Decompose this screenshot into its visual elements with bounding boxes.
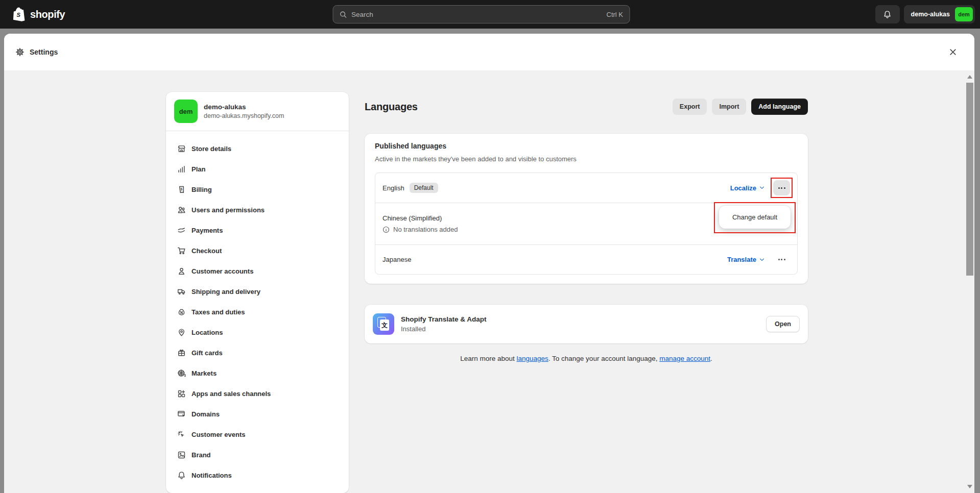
- sidebar-item-label: Billing: [192, 186, 212, 193]
- sidebar-item-label: Taxes and duties: [192, 308, 245, 316]
- scrollbar-up-arrow[interactable]: [967, 75, 972, 79]
- import-button[interactable]: Import: [712, 98, 746, 115]
- gear-icon: [15, 47, 25, 57]
- published-languages-card: Published languages Active in the market…: [365, 134, 808, 284]
- sidebar-item-taxes-and-duties[interactable]: Taxes and duties: [172, 302, 343, 322]
- sidebar-item-billing[interactable]: $Billing: [172, 179, 343, 200]
- cursor-click-icon: [177, 430, 186, 439]
- shopify-wordmark: shopify: [30, 9, 65, 20]
- sidebar-item-markets[interactable]: $Markets: [172, 363, 343, 383]
- footer-text: . To change your account language,: [548, 355, 659, 362]
- translate-dropdown[interactable]: Translate: [727, 256, 765, 263]
- sidebar-item-locations[interactable]: Locations: [172, 322, 343, 342]
- billing-icon: $: [177, 185, 186, 194]
- sidebar-menu: Store detailsPlan$BillingUsers and permi…: [166, 131, 349, 493]
- close-button[interactable]: [946, 45, 960, 59]
- search-placeholder: Search: [351, 11, 602, 18]
- translate-adapt-card: 文 Shopify Translate & Adapt Installed Op…: [365, 305, 808, 343]
- sidebar-item-plan[interactable]: Plan: [172, 159, 343, 179]
- bell-icon: [177, 471, 186, 480]
- pin-icon: [177, 328, 186, 337]
- page-title: Languages: [365, 101, 418, 113]
- settings-sidebar: dem demo-alukas demo-alukas.myshopify.co…: [166, 92, 349, 493]
- truck-icon: [177, 287, 186, 296]
- sidebar-item-brand[interactable]: Brand: [172, 445, 343, 465]
- notifications-button[interactable]: [875, 5, 900, 23]
- taxes-icon: [177, 308, 186, 316]
- sidebar-item-payments[interactable]: Payments: [172, 220, 343, 240]
- account-menu-button[interactable]: demo-alukas dem: [904, 5, 975, 23]
- add-language-button[interactable]: Add language: [751, 98, 808, 115]
- sidebar-item-apps-and-sales-channels[interactable]: Apps and sales channels: [172, 383, 343, 404]
- sidebar-item-label: Plan: [192, 165, 205, 173]
- global-search-input[interactable]: Search Ctrl K: [332, 5, 630, 23]
- ellipsis-icon: [778, 259, 785, 260]
- open-app-button[interactable]: Open: [766, 316, 800, 332]
- plan-icon: [177, 165, 186, 174]
- default-badge: Default: [410, 183, 438, 193]
- sidebar-item-label: Customer events: [192, 431, 245, 438]
- sidebar-item-label: Domains: [192, 410, 220, 418]
- footer-note: Learn more about languages. To change yo…: [365, 355, 808, 362]
- settings-modal-header: Settings: [4, 34, 974, 70]
- sidebar-item-customer-events[interactable]: Customer events: [172, 424, 343, 445]
- ellipsis-icon: [778, 187, 785, 189]
- sidebar-item-domains[interactable]: Domains: [172, 404, 343, 424]
- sidebar-item-label: Notifications: [192, 472, 232, 479]
- search-icon: [339, 11, 347, 18]
- store-header[interactable]: dem demo-alukas demo-alukas.myshopify.co…: [166, 92, 349, 131]
- store-name: demo-alukas: [204, 103, 284, 111]
- sidebar-item-notifications[interactable]: Notifications: [172, 465, 343, 485]
- sidebar-item-shipping-and-delivery[interactable]: Shipping and delivery: [172, 281, 343, 302]
- settings-title: Settings: [30, 48, 58, 56]
- person-icon: [177, 267, 186, 276]
- scrollbar-down-arrow[interactable]: [967, 485, 972, 488]
- scrollbar-thumb[interactable]: [966, 83, 973, 276]
- published-languages-title: Published languages: [375, 142, 798, 150]
- sidebar-item-gift-cards[interactable]: Gift cards: [172, 342, 343, 363]
- svg-text:$: $: [184, 373, 186, 377]
- svg-text:$: $: [181, 187, 183, 191]
- app-status: Installed: [401, 325, 487, 333]
- localize-dropdown[interactable]: Localize: [730, 184, 765, 192]
- language-name: English: [383, 184, 404, 192]
- shopify-logo[interactable]: S shopify: [13, 7, 65, 22]
- change-default-menu-item[interactable]: Change default: [719, 206, 791, 229]
- manage-account-link[interactable]: manage account: [659, 355, 710, 362]
- account-avatar: dem: [955, 7, 973, 21]
- checkout-icon: [177, 246, 186, 255]
- languages-link[interactable]: languages: [517, 355, 548, 362]
- sidebar-item-customer-accounts[interactable]: Customer accounts: [172, 261, 343, 281]
- account-name: demo-alukas: [911, 11, 950, 18]
- store-avatar: dem: [174, 100, 198, 123]
- settings-modal-body: dem demo-alukas demo-alukas.myshopify.co…: [4, 70, 974, 493]
- sidebar-item-store-details[interactable]: Store details: [172, 138, 343, 159]
- japanese-overflow-menu-button[interactable]: [773, 252, 790, 267]
- export-button[interactable]: Export: [673, 98, 707, 115]
- sidebar-item-label: Store details: [192, 145, 231, 153]
- users-icon: [177, 206, 186, 214]
- domains-icon: [177, 410, 186, 418]
- store-icon: [177, 144, 186, 153]
- sidebar-item-label: Markets: [192, 369, 217, 377]
- topbar: S shopify Search Ctrl K demo-alukas dem: [0, 0, 980, 29]
- scrollbar: [966, 70, 974, 493]
- sidebar-item-users-and-permissions[interactable]: Users and permissions: [172, 200, 343, 220]
- sidebar-item-partial-item[interactable]: [172, 485, 343, 493]
- sidebar-item-label: Shipping and delivery: [192, 288, 260, 295]
- sidebar-item-label: Locations: [192, 329, 223, 336]
- sidebar-item-checkout[interactable]: Checkout: [172, 240, 343, 261]
- sidebar-item-label: Apps and sales channels: [192, 390, 271, 398]
- info-icon: [383, 226, 390, 233]
- english-overflow-menu-button[interactable]: [773, 180, 790, 195]
- sidebar-item-label: Payments: [192, 227, 223, 234]
- sidebar-item-label: Brand: [192, 451, 211, 459]
- image-icon: [177, 451, 186, 459]
- language-name: Japanese: [383, 256, 411, 263]
- bell-icon: [883, 10, 892, 19]
- chevron-down-icon: [759, 257, 765, 263]
- no-translations-note: No translations added: [393, 226, 458, 233]
- language-row-japanese: Japanese Translate: [375, 244, 797, 274]
- store-domain: demo-alukas.myshopify.com: [204, 112, 284, 119]
- footer-text: Learn more about: [460, 355, 516, 362]
